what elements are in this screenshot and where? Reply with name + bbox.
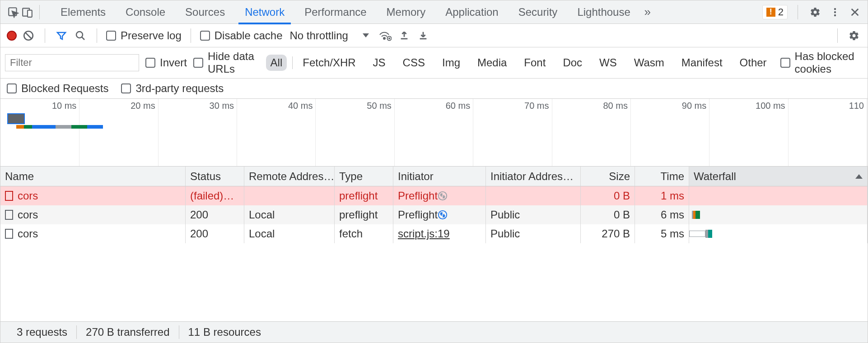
- clear-icon[interactable]: [21, 28, 36, 43]
- row-type: preflight: [339, 190, 378, 202]
- filter-input[interactable]: [5, 54, 139, 71]
- preserve-log-checkbox[interactable]: Preserve log: [106, 29, 182, 42]
- type-filter-ws[interactable]: WS: [595, 55, 621, 71]
- svg-rect-2: [28, 10, 32, 17]
- separator: [39, 5, 40, 19]
- filter-toggle-icon[interactable]: [54, 28, 69, 43]
- status-bar: 3 requests 270 B transferred 11 B resour…: [0, 322, 868, 343]
- file-icon: [5, 229, 13, 239]
- tab-performance[interactable]: Performance: [294, 0, 376, 24]
- table-row[interactable]: cors(failed)…preflightPreflight 0 B1 ms: [0, 186, 868, 205]
- type-filter-all[interactable]: All: [266, 55, 287, 71]
- status-resources: 11 B resources: [179, 326, 270, 338]
- tab-application[interactable]: Application: [435, 0, 508, 24]
- type-filter-other[interactable]: Other: [735, 55, 771, 71]
- more-tabs-icon[interactable]: »: [640, 5, 655, 19]
- overview-bar: [56, 125, 71, 129]
- overview-selection[interactable]: [8, 114, 24, 123]
- type-filters: AllFetch/XHRJSCSSImgMediaFontDocWSWasmMa…: [266, 55, 771, 71]
- overview-tick: 100 ms: [756, 101, 788, 111]
- type-filter-img[interactable]: Img: [438, 55, 465, 71]
- row-time: 6 ms: [661, 209, 684, 221]
- blocked-requests-checkbox[interactable]: Blocked Requests: [7, 82, 108, 95]
- network-conditions-icon[interactable]: [378, 28, 392, 43]
- type-filter-media[interactable]: Media: [473, 55, 511, 71]
- import-har-icon[interactable]: [397, 28, 411, 43]
- chevron-down-icon: [363, 33, 369, 37]
- col-name[interactable]: Name: [0, 167, 186, 186]
- row-type: preflight: [339, 209, 378, 221]
- tab-lighthouse[interactable]: Lighthouse: [567, 0, 640, 24]
- has-blocked-cookies-checkbox[interactable]: Has blocked cookies: [780, 50, 863, 75]
- type-filter-font[interactable]: Font: [519, 55, 550, 71]
- search-icon[interactable]: [73, 28, 88, 43]
- row-waterfall: [689, 186, 868, 205]
- issues-badge[interactable]: ! 2: [762, 5, 788, 19]
- panel-tabs-bar: ElementsConsoleSourcesNetworkPerformance…: [0, 0, 868, 24]
- tab-security[interactable]: Security: [509, 0, 568, 24]
- row-size: 0 B: [614, 209, 630, 221]
- status-transferred: 270 B transferred: [77, 326, 178, 338]
- table-row[interactable]: cors200Localfetchscript.js:19Public270 B…: [0, 224, 868, 243]
- preflight-icon: [438, 191, 448, 201]
- record-button[interactable]: [7, 31, 17, 41]
- settings-gear-icon[interactable]: [808, 5, 822, 19]
- type-filter-doc[interactable]: Doc: [558, 55, 587, 71]
- separator: [45, 28, 45, 43]
- type-filter-css[interactable]: CSS: [398, 55, 429, 71]
- svg-point-8: [383, 37, 385, 39]
- hide-data-urls-checkbox[interactable]: Hide data URLs: [193, 50, 260, 75]
- row-remote: Local: [249, 227, 275, 240]
- col-initiator[interactable]: Initiator: [393, 167, 486, 186]
- type-filter-wasm[interactable]: Wasm: [630, 55, 669, 71]
- type-filter-manifest[interactable]: Manifest: [677, 55, 727, 71]
- close-devtools-icon[interactable]: [848, 5, 862, 19]
- export-har-icon[interactable]: [416, 28, 430, 43]
- col-remote[interactable]: Remote Addres…: [244, 167, 335, 186]
- throttling-select[interactable]: No throttling: [289, 29, 369, 42]
- separator: [837, 28, 838, 43]
- kebab-menu-icon[interactable]: [828, 5, 842, 19]
- overview-tick: 10 ms: [52, 101, 79, 111]
- overview-bar: [32, 125, 56, 129]
- svg-point-5: [834, 14, 836, 16]
- network-settings-gear-icon[interactable]: [847, 28, 861, 43]
- row-status: 200: [190, 227, 208, 240]
- inspect-icon[interactable]: [6, 5, 20, 19]
- third-party-checkbox[interactable]: 3rd-party requests: [121, 82, 224, 95]
- tab-sources[interactable]: Sources: [175, 0, 235, 24]
- overview-tick: 20 ms: [131, 101, 158, 111]
- issues-count: 2: [778, 6, 784, 18]
- overview-bar: [24, 125, 32, 129]
- tab-network[interactable]: Network: [235, 0, 294, 24]
- col-type[interactable]: Type: [335, 167, 393, 186]
- tab-console[interactable]: Console: [116, 0, 175, 24]
- col-time[interactable]: Time: [635, 167, 689, 186]
- row-initiator-link[interactable]: script.js:19: [398, 227, 450, 240]
- filter-bar: Invert Hide data URLs AllFetch/XHRJSCSSI…: [0, 47, 868, 79]
- preserve-log-label: Preserve log: [121, 29, 182, 42]
- disable-cache-checkbox[interactable]: Disable cache: [200, 29, 283, 42]
- overview-tick: 70 ms: [524, 101, 551, 111]
- timeline-overview[interactable]: 10 ms20 ms30 ms40 ms50 ms60 ms70 ms80 ms…: [0, 99, 868, 167]
- overview-bar: [87, 125, 103, 129]
- invert-checkbox[interactable]: Invert: [145, 56, 187, 69]
- row-name: cors: [18, 227, 38, 240]
- col-size[interactable]: Size: [581, 167, 635, 186]
- type-filter-fetchxhr[interactable]: Fetch/XHR: [298, 55, 360, 71]
- row-size: 0 B: [614, 190, 630, 202]
- overview-tick: 30 ms: [210, 101, 237, 111]
- third-party-label: 3rd-party requests: [135, 82, 224, 95]
- file-icon: [5, 210, 13, 220]
- row-status: 200: [190, 209, 208, 221]
- device-toggle-icon[interactable]: [20, 5, 35, 19]
- tab-elements[interactable]: Elements: [51, 0, 116, 24]
- col-initiator-addr[interactable]: Initiator Addres…: [486, 167, 581, 186]
- col-waterfall[interactable]: Waterfall: [689, 167, 868, 186]
- table-row[interactable]: cors200LocalpreflightPreflight Public0 B…: [0, 205, 868, 224]
- overview-tick: 40 ms: [288, 101, 315, 111]
- tab-memory[interactable]: Memory: [377, 0, 436, 24]
- row-type: fetch: [339, 227, 363, 240]
- col-status[interactable]: Status: [186, 167, 244, 186]
- type-filter-js[interactable]: JS: [369, 55, 390, 71]
